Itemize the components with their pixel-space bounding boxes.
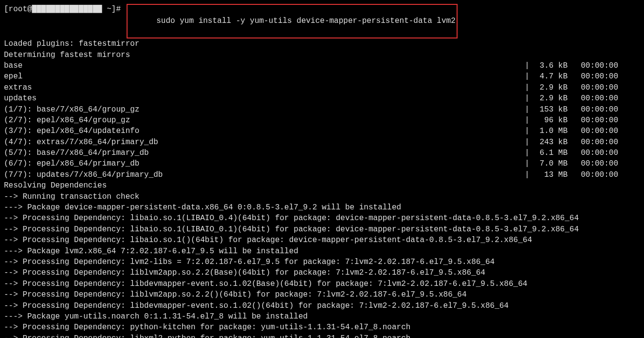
dep-line: ---> Package device-mapper-persistent-da… [4,202,640,213]
dep-line: --> Processing Dependency: lvm2-libs = 7… [4,257,640,267]
download-size: 7.0 MB [534,158,571,169]
download-name: (7/7): updates/7/x86_64/primary_db [4,169,525,180]
download-time: 00:00:00 [571,169,618,180]
dep-line: ---> Package yum-utils.noarch 0:1.1.31-5… [4,311,640,322]
dep-line: --> Processing Dependency: libxml2-pytho… [4,333,640,338]
download-row: (6/7): epel/x86_64/primary_db| 7.0 MB 00… [4,158,640,169]
prompt-prefix: [root@███████████████ ~]# [4,4,126,38]
repo-row: epel| 4.7 kB 00:00:00 [4,71,640,82]
download-size: 153 kB [534,104,571,115]
download-row: (1/7): base/7/x86_64/group_gz| 153 kB 00… [4,104,640,115]
download-time: 00:00:00 [571,104,618,115]
download-row: (4/7): extras/7/x86_64/primary_db| 243 k… [4,137,640,148]
download-row: (5/7): base/7/x86_64/primary_db| 6.1 MB … [4,148,640,158]
dep-line: ---> Package lvm2.x86_64 7:2.02.187-6.el… [4,246,640,257]
repo-size: 2.9 kB [534,82,571,93]
repo-name: extras [4,82,525,93]
terminal-output: [root@███████████████ ~]# sudo yum insta… [4,4,640,338]
pipe: | [525,104,534,115]
download-name: (2/7): epel/x86_64/group_gz [4,115,525,126]
pipe: | [525,169,534,180]
repo-name: updates [4,93,525,104]
download-row: (3/7): epel/x86_64/updateinfo| 1.0 MB 00… [4,126,640,136]
command-text: sudo yum install -y yum-utils device-map… [156,17,456,25]
repo-row: base| 3.6 kB 00:00:00 [4,60,640,71]
pipe: | [525,82,534,93]
download-name: (1/7): base/7/x86_64/group_gz [4,104,525,115]
prompt-line: [root@███████████████ ~]# sudo yum insta… [4,4,640,38]
download-size: 6.1 MB [534,148,571,158]
download-size: 96 kB [534,115,571,126]
download-time: 00:00:00 [571,158,618,169]
download-size: 13 MB [534,169,571,180]
pipe: | [525,137,534,148]
download-row: (2/7): epel/x86_64/group_gz| 96 kB 00:00… [4,115,640,126]
download-time: 00:00:00 [571,126,618,136]
pipe: | [525,93,534,104]
repo-size: 3.6 kB [534,60,571,71]
pipe: | [525,60,534,71]
repo-row: updates| 2.9 kB 00:00:00 [4,93,640,104]
repo-row: extras| 2.9 kB 00:00:00 [4,82,640,93]
download-time: 00:00:00 [571,115,618,126]
download-time: 00:00:00 [571,137,618,148]
dep-line: --> Processing Dependency: liblvm2app.so… [4,289,640,300]
repo-size: 2.9 kB [534,93,571,104]
download-name: (6/7): epel/x86_64/primary_db [4,158,525,169]
command-highlight: sudo yum install -y yum-utils device-map… [127,4,458,38]
download-time: 00:00:00 [571,148,618,158]
download-name: (5/7): base/7/x86_64/primary_db [4,148,525,158]
pipe: | [525,115,534,126]
download-name: (3/7): epel/x86_64/updateinfo [4,126,525,136]
repo-name: epel [4,71,525,82]
output-line: Loaded plugins: fastestmirror [4,38,640,49]
pipe: | [525,148,534,158]
dep-line: --> Processing Dependency: liblvm2app.so… [4,267,640,278]
resolving-line: Resolving Dependencies [4,180,640,191]
download-size: 1.0 MB [534,126,571,136]
dep-line: --> Processing Dependency: libaio.so.1()… [4,235,640,245]
dep-line: --> Processing Dependency: libdevmapper-… [4,300,640,311]
dep-line: --> Processing Dependency: python-kitche… [4,322,640,333]
repo-time: 00:00:00 [571,60,618,71]
pipe: | [525,126,534,136]
dep-line: --> Processing Dependency: libaio.so.1(L… [4,213,640,224]
download-name: (4/7): extras/7/x86_64/primary_db [4,137,525,148]
repo-size: 4.7 kB [534,71,571,82]
repo-time: 00:00:00 [571,82,618,93]
dep-line: --> Processing Dependency: libaio.so.1(L… [4,224,640,235]
download-row: (7/7): updates/7/x86_64/primary_db| 13 M… [4,169,640,180]
download-size: 243 kB [534,137,571,148]
dep-line: --> Processing Dependency: libdevmapper-… [4,279,640,289]
dep-line: --> Running transaction check [4,191,640,202]
output-line: Determining fastest mirrors [4,50,640,60]
repo-time: 00:00:00 [571,93,618,104]
repo-name: base [4,60,525,71]
repo-time: 00:00:00 [571,71,618,82]
pipe: | [525,71,534,82]
pipe: | [525,158,534,169]
